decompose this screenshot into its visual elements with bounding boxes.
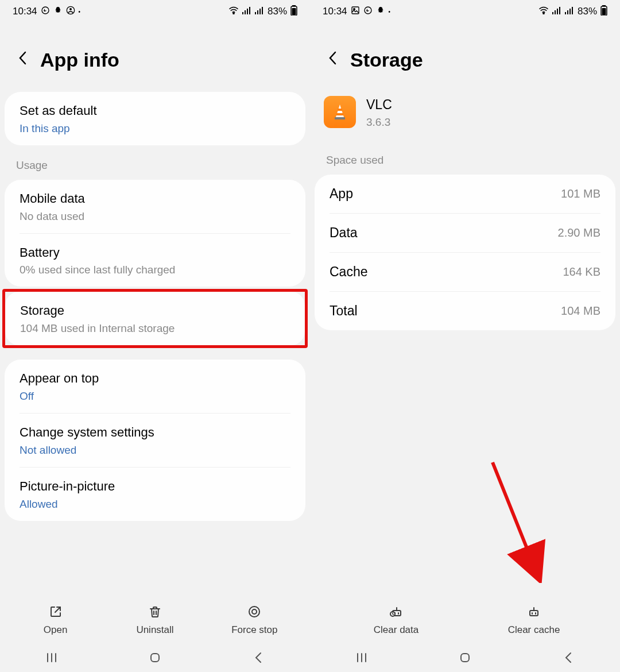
page-title: Storage [350, 49, 423, 71]
highlight-storage: Storage 104 MB used in Internal storage [2, 289, 308, 348]
svg-point-23 [365, 7, 371, 14]
more-dot-icon: • [79, 9, 81, 15]
row-appear-on-top[interactable]: Appear on top Off [5, 360, 305, 413]
page-header: Storage [310, 23, 620, 88]
svg-rect-28 [559, 7, 560, 14]
signal2-icon [255, 6, 264, 17]
snapchat-icon [53, 6, 63, 18]
trash-icon [148, 605, 162, 621]
status-time: 10:34 [13, 6, 37, 17]
row-mobile-data[interactable]: Mobile data No data used [5, 180, 305, 233]
account-icon [66, 6, 75, 18]
battery-icon [290, 5, 297, 18]
signal-icon [552, 6, 561, 17]
svg-rect-30 [567, 10, 568, 14]
stop-icon [247, 605, 261, 621]
svg-rect-26 [555, 10, 556, 14]
svg-rect-25 [552, 12, 553, 14]
clear-cache-icon [526, 604, 541, 621]
svg-rect-11 [262, 7, 263, 14]
svg-rect-54 [461, 654, 469, 662]
whatsapp-icon [363, 6, 373, 18]
row-picture-in-picture[interactable]: Picture-in-picture Allowed [5, 468, 305, 521]
nav-home[interactable] [144, 651, 166, 665]
row-battery[interactable]: Battery 0% used since last fully charged [5, 234, 305, 287]
signal-icon [242, 6, 251, 17]
uninstall-button[interactable]: Uninstall [105, 605, 204, 636]
svg-point-24 [543, 13, 544, 14]
status-bar: 10:34 • 83% [310, 0, 620, 23]
back-button[interactable] [327, 50, 339, 70]
svg-rect-27 [557, 9, 558, 14]
card-space-used: App 101 MB Data 2.90 MB Cache 164 KB Tot… [315, 175, 615, 330]
svg-rect-47 [530, 611, 538, 616]
card-default: Set as default In this app [5, 92, 305, 145]
clear-cache-button[interactable]: Clear cache [465, 604, 603, 636]
card-advanced: Appear on top Off Change system settings… [5, 360, 305, 520]
svg-rect-9 [257, 10, 258, 14]
wifi-icon [228, 6, 239, 17]
svg-rect-31 [569, 9, 571, 14]
nav-bar [310, 643, 620, 672]
open-icon [49, 605, 63, 621]
nav-back[interactable] [557, 651, 580, 664]
whatsapp-icon [41, 6, 50, 18]
svg-point-15 [249, 607, 259, 617]
right-phone-storage: 10:34 • 83% [310, 0, 620, 672]
vlc-app-icon [324, 96, 356, 128]
nav-recent[interactable] [40, 652, 63, 663]
status-time: 10:34 [323, 6, 347, 17]
nav-recent[interactable] [350, 652, 373, 663]
svg-rect-38 [336, 113, 343, 115]
page-header: App info [0, 23, 310, 88]
row-change-system-settings[interactable]: Change system settings Not allowed [5, 414, 305, 467]
svg-point-0 [42, 7, 49, 14]
svg-rect-37 [338, 109, 342, 111]
svg-rect-5 [245, 10, 246, 14]
status-bar: 10:34 • 83% [0, 0, 310, 23]
section-usage-label: Usage [0, 149, 310, 176]
svg-point-2 [69, 8, 72, 10]
snapchat-icon [376, 6, 385, 18]
svg-rect-10 [259, 9, 261, 14]
svg-rect-6 [247, 9, 248, 14]
svg-rect-4 [242, 12, 243, 14]
svg-rect-7 [249, 7, 250, 14]
force-stop-button[interactable]: Force stop [205, 605, 304, 636]
row-set-as-default[interactable]: Set as default In this app [5, 92, 305, 145]
open-button[interactable]: Open [6, 605, 105, 636]
svg-rect-35 [602, 8, 606, 15]
svg-rect-14 [292, 8, 296, 15]
clear-data-button[interactable]: Clear data [327, 604, 465, 636]
card-usage: Mobile data No data used Battery 0% used… [5, 180, 305, 287]
svg-rect-21 [352, 7, 359, 14]
svg-rect-8 [255, 12, 256, 14]
svg-rect-32 [572, 7, 573, 14]
nav-home[interactable] [454, 651, 476, 665]
app-version: 3.6.3 [366, 116, 392, 129]
row-cache-size: Cache 164 KB [315, 253, 615, 291]
back-button[interactable] [17, 50, 29, 70]
battery-percent: 83% [268, 6, 287, 17]
section-space-label: Space used [310, 144, 620, 171]
row-app-size: App 101 MB [315, 175, 615, 213]
page-title: App info [40, 49, 119, 71]
nav-bar [0, 643, 310, 672]
bottom-actions: Open Uninstall Force stop [0, 600, 310, 640]
svg-point-22 [353, 8, 355, 10]
row-storage[interactable]: Storage 104 MB used in Internal storage [5, 292, 305, 345]
more-dot-icon: • [389, 9, 391, 15]
svg-point-16 [252, 609, 257, 614]
battery-icon [600, 5, 607, 18]
svg-rect-29 [565, 12, 566, 14]
clear-data-icon [389, 604, 404, 621]
row-total-size: Total 104 MB [315, 292, 615, 330]
left-phone-appinfo: 10:34 • 83% [0, 0, 310, 672]
nav-back[interactable] [247, 651, 270, 664]
app-name: VLC [366, 95, 392, 114]
wifi-icon [538, 6, 549, 17]
gallery-icon [351, 6, 360, 18]
bottom-actions: Clear data Clear cache [310, 599, 620, 640]
svg-point-3 [233, 13, 234, 14]
signal2-icon [565, 6, 574, 17]
